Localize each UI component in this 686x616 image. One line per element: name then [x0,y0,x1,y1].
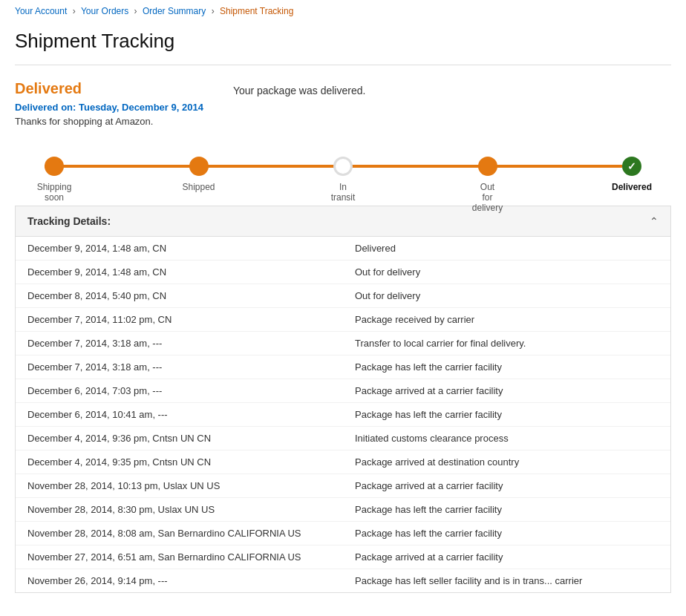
tracking-date: December 6, 2014, 10:41 am, --- [16,403,343,427]
step-label-4: Outfordelivery [462,182,514,213]
tracking-table: December 9, 2014, 1:48 am, CN Delivered … [16,237,670,592]
delivery-date-label: Delivered on: [15,102,76,113]
tracking-event: Package arrived at a carrier facility [343,379,670,403]
tracking-date: December 9, 2014, 1:48 am, CN [16,261,343,284]
step-circle-4 [478,157,497,176]
tracking-event: Out for delivery [343,261,670,284]
delivery-status: Delivered [15,80,203,97]
table-row: December 9, 2014, 1:48 am, CN Out for de… [16,261,670,284]
table-row: December 9, 2014, 1:48 am, CN Delivered [16,237,670,261]
tracking-date: November 28, 2014, 8:30 pm, Uslax UN US [16,498,343,522]
table-row: December 6, 2014, 10:41 am, --- Package … [16,403,670,427]
table-row: December 4, 2014, 9:35 pm, Cntsn UN CN P… [16,450,670,474]
tracking-details: Tracking Details: ⌃ December 9, 2014, 1:… [15,206,671,593]
tracking-date: November 26, 2014, 9:14 pm, --- [16,569,343,593]
tracking-date: December 6, 2014, 7:03 pm, --- [16,379,343,403]
step-circle-2 [189,157,209,176]
breadcrumb-current: Shipment Tracking [220,6,293,16]
delivery-thanks: Thanks for shopping at Amazon. [15,116,203,127]
tracking-event: Transfer to local carrier for final deli… [343,332,670,355]
step-circle-1 [45,157,64,176]
table-row: December 8, 2014, 5:40 pm, CN Out for de… [16,284,670,308]
breadcrumb-sep-3: › [212,6,217,16]
tracking-date: November 28, 2014, 10:13 pm, Uslax UN US [16,474,343,498]
breadcrumb: Your Account › Your Orders › Order Summa… [0,0,686,22]
step-delivered: Delivered [622,157,641,176]
table-row: December 6, 2014, 7:03 pm, --- Package a… [16,379,670,403]
delivery-date-value: Tuesday, December 9, 2014 [79,102,203,113]
tracking-event: Package arrived at destination country [343,450,670,474]
tracking-date: December 9, 2014, 1:48 am, CN [16,237,343,261]
tracking-date: December 7, 2014, 3:18 am, --- [16,332,343,355]
tracking-date: November 28, 2014, 8:08 am, San Bernardi… [16,522,343,545]
tracking-event: Package has left the carrier facility [343,522,670,545]
tracking-event: Package arrived at a carrier facility [343,545,670,569]
breadcrumb-sep-1: › [73,6,78,16]
tracking-date: December 7, 2014, 11:02 pm, CN [16,308,343,332]
tracking-event: Package has left the carrier facility [343,403,670,427]
step-label-3: Intransit [317,182,369,203]
breadcrumb-order-summary[interactable]: Order Summary [143,6,206,16]
step-shipping-soon: Shippingsoon [45,157,64,176]
tracking-header-title: Tracking Details: [27,215,111,227]
progress-section: Shippingsoon Shipped Intransit Outfordel… [0,134,686,206]
table-row: December 7, 2014, 3:18 am, --- Transfer … [16,332,670,355]
breadcrumb-sep-2: › [134,6,140,16]
tracking-event: Package has left the carrier facility [343,355,670,379]
step-shipped: Shipped [189,157,209,176]
tracking-date: December 4, 2014, 9:36 pm, Cntsn UN CN [16,427,343,450]
tracking-event: Package has left seller facility and is … [343,569,670,593]
table-row: November 27, 2014, 6:51 am, San Bernardi… [16,545,670,569]
tracking-event: Delivered [343,237,670,261]
breadcrumb-your-orders[interactable]: Your Orders [81,6,128,16]
step-label-5: Delivered [606,182,658,192]
tracking-event: Initiated customs clearance process [343,427,670,450]
chevron-up-icon: ⌃ [650,215,659,227]
step-circle-3 [333,157,353,176]
delivery-left: Delivered Delivered on: Tuesday, Decembe… [15,80,203,127]
step-label-1: Shippingsoon [28,182,80,203]
tracking-event: Out for delivery [343,284,670,308]
table-row: December 7, 2014, 11:02 pm, CN Package r… [16,308,670,332]
page-title: Shipment Tracking [0,22,686,65]
table-row: November 28, 2014, 8:08 am, San Bernardi… [16,522,670,545]
tracking-date: November 27, 2014, 6:51 am, San Bernardi… [16,545,343,569]
delivery-message: Your package was delivered. [233,80,366,127]
tracking-header[interactable]: Tracking Details: ⌃ [16,206,670,237]
step-out-for-delivery: Outfordelivery [478,157,497,176]
table-row: December 7, 2014, 3:18 am, --- Package h… [16,355,670,379]
tracking-date: December 4, 2014, 9:35 pm, Cntsn UN CN [16,450,343,474]
table-row: December 4, 2014, 9:36 pm, Cntsn UN CN I… [16,427,670,450]
tracking-event: Package has left the carrier facility [343,498,670,522]
step-label-2: Shipped [173,182,225,192]
tracking-event: Package received by carrier [343,308,670,332]
delivery-section: Delivered Delivered on: Tuesday, Decembe… [0,65,686,134]
step-circle-5 [622,157,641,176]
tracking-event: Package arrived at a carrier facility [343,474,670,498]
step-in-transit: Intransit [333,157,353,176]
breadcrumb-your-account[interactable]: Your Account [15,6,67,16]
table-row: November 26, 2014, 9:14 pm, --- Package … [16,569,670,593]
delivery-date: Delivered on: Tuesday, December 9, 2014 [15,102,203,113]
tracking-date: December 8, 2014, 5:40 pm, CN [16,284,343,308]
progress-track: Shippingsoon Shipped Intransit Outfordel… [45,157,641,176]
tracking-date: December 7, 2014, 3:18 am, --- [16,355,343,379]
table-row: November 28, 2014, 10:13 pm, Uslax UN US… [16,474,670,498]
table-row: November 28, 2014, 8:30 pm, Uslax UN US … [16,498,670,522]
